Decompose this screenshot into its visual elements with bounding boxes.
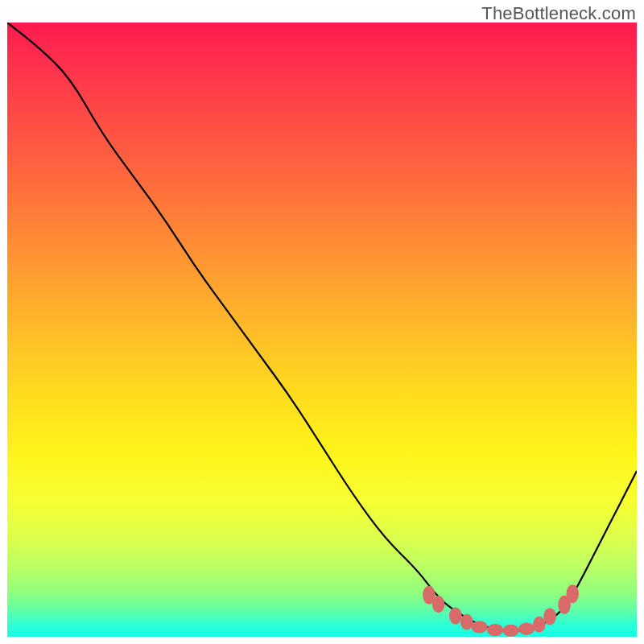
curve-marker [449,607,462,624]
curve-marker [487,624,503,636]
watermark-text: TheBottleneck.com [481,3,636,24]
chart-svg [7,23,637,637]
curve-marker [518,622,535,634]
curve-marker [432,596,445,613]
bottleneck-curve [7,23,637,630]
curve-marker [471,621,487,633]
curve-marker [543,608,556,625]
curve-marker [533,617,546,633]
curve-marker [460,614,473,630]
plot-area [7,23,637,637]
chart-container: TheBottleneck.com [0,0,644,644]
curve-marker [566,584,579,603]
curve-markers [423,584,579,637]
curve-marker [502,625,518,637]
